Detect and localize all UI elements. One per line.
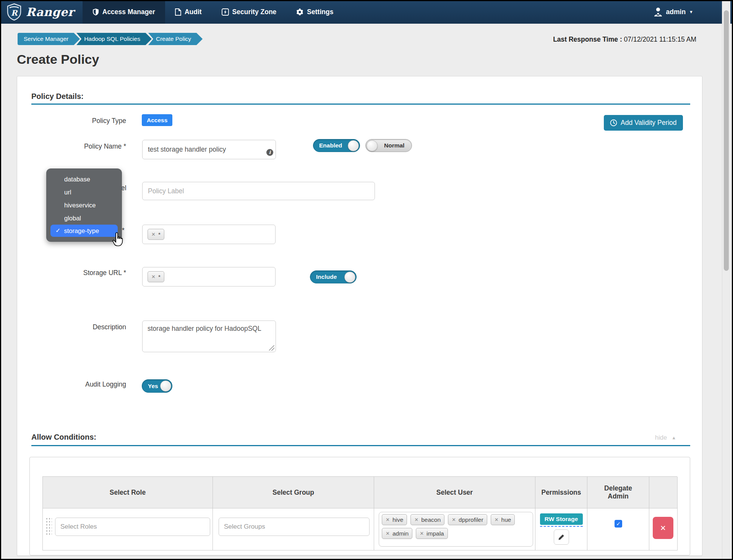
dropdown-item-global[interactable]: global (46, 212, 122, 225)
dropdown-item-hiveservice[interactable]: hiveservice (46, 199, 122, 212)
user-menu[interactable]: admin ▼ (654, 0, 693, 24)
clock-icon (610, 119, 617, 126)
last-response-value: 07/12/2021 11:15:15 AM (622, 36, 696, 43)
permission-dashed-underline (540, 526, 583, 527)
dropdown-item-label: storage-type (64, 224, 99, 237)
enabled-toggle[interactable]: Enabled (313, 139, 360, 152)
storage-url-chip: ✕* (148, 271, 164, 282)
header-permissions: Permissions (535, 477, 587, 508)
dropdown-item-storage-type[interactable]: ✓ storage-type (50, 225, 118, 237)
last-response-label: Last Response Time : (553, 36, 622, 43)
close-icon[interactable]: ✕ (414, 517, 418, 523)
page-title: Create Policy (17, 52, 99, 67)
chevron-up-icon: ▲ (671, 435, 676, 440)
policy-label-label-fragment: el (121, 184, 126, 192)
enabled-toggle-label: Enabled (313, 142, 342, 149)
mouse-cursor-pointer (112, 231, 125, 248)
cell-select-role (43, 508, 213, 550)
delete-condition-button[interactable]: ✕ (653, 517, 673, 539)
scrollbar-thumb[interactable] (724, 10, 729, 271)
resize-handle[interactable] (269, 345, 274, 351)
cell-select-group (213, 508, 374, 550)
storage-url-value-input[interactable]: ✕* (142, 267, 276, 286)
audit-logging-label: Audit Logging (23, 380, 126, 388)
policy-type-label: Policy Type (23, 117, 126, 125)
top-navbar: R Ranger Access Manager Audit Security Z… (0, 0, 733, 24)
delegate-admin-checkbox[interactable]: ✓ (615, 520, 622, 528)
resource-type-dropdown: database url hiveservice global ✓ storag… (46, 168, 122, 242)
ranger-create-policy-screen: R Ranger Access Manager Audit Security Z… (0, 0, 733, 560)
allow-conditions-heading: Allow Conditions: (31, 433, 96, 442)
nav-label: Settings (307, 8, 333, 16)
toggle-knob (344, 272, 355, 283)
add-validity-period-label: Add Validity Period (621, 119, 677, 127)
include-toggle[interactable]: Include (310, 270, 357, 283)
nav-label: Access Manager (102, 8, 155, 16)
svg-text:R: R (11, 8, 18, 18)
select-users-input[interactable]: ✕hive ✕beacon ✕dpprofiler ✕hue ✕admin ✕i… (379, 512, 533, 547)
user-chip: ✕dpprofiler (448, 514, 487, 525)
brand-name: Ranger (26, 5, 74, 19)
ranger-brand[interactable]: R Ranger (0, 0, 83, 24)
user-name: admin (666, 8, 686, 16)
include-toggle-label: Include (310, 274, 337, 280)
chevron-down-icon: ▼ (689, 10, 693, 14)
navbar-menu: Access Manager Audit Security Zone Setti… (83, 0, 344, 24)
nav-settings[interactable]: Settings (286, 0, 343, 24)
nav-security-zone[interactable]: Security Zone (212, 0, 287, 24)
edit-permissions-button[interactable] (554, 529, 569, 545)
gear-icon (296, 8, 303, 16)
select-groups-input[interactable] (219, 518, 370, 536)
policy-details-heading: Policy Details: (31, 92, 84, 101)
user-chip-label: admin (392, 530, 409, 537)
user-chip: ✕impala (416, 528, 448, 539)
toggle-knob (348, 140, 359, 151)
breadcrumb: Service Manager Hadoop SQL Policies Crea… (18, 33, 203, 45)
breadcrumb-create-policy[interactable]: Create Policy (148, 33, 203, 45)
last-response-time: Last Response Time : 07/12/2021 11:15:15… (553, 36, 696, 44)
policy-name-label: Policy Name * (23, 142, 126, 151)
close-icon[interactable]: ✕ (420, 531, 424, 536)
info-icon: i (266, 149, 273, 156)
user-chip-label: hive (392, 516, 403, 523)
nav-audit[interactable]: Audit (165, 0, 212, 24)
add-validity-period-button[interactable]: Add Validity Period (604, 115, 683, 131)
scrollbar[interactable] (722, 1, 730, 559)
policy-label-input[interactable] (142, 182, 375, 200)
allow-conditions-rule (31, 445, 690, 446)
header-delegate-admin: Delegate Admin (587, 477, 649, 508)
hide-label: hide (655, 434, 667, 441)
close-icon[interactable]: ✕ (386, 531, 390, 536)
shield-icon (92, 8, 99, 16)
audit-logging-toggle[interactable]: Yes (142, 379, 172, 393)
dropdown-item-url[interactable]: url (46, 186, 122, 199)
description-textarea[interactable]: storage handler policy for HadoopSQL (142, 320, 276, 352)
allow-conditions-table: Select Role Select Group Select User Per… (42, 476, 677, 550)
close-icon[interactable]: ✕ (151, 274, 156, 280)
drag-handle[interactable] (45, 517, 52, 536)
storage-type-chip: ✕* (148, 229, 164, 240)
policy-type-badge: Access (142, 114, 172, 126)
audit-logging-toggle-label: Yes (142, 383, 158, 390)
cell-actions: ✕ (649, 508, 678, 550)
user-chip-label: beacon (421, 516, 441, 523)
permission-badge[interactable]: RW Storage (540, 513, 583, 525)
select-roles-input[interactable] (55, 518, 210, 536)
user-chip: ✕admin (382, 528, 412, 539)
breadcrumb-hadoop-sql-policies[interactable]: Hadoop SQL Policies (76, 33, 152, 45)
normal-toggle[interactable]: Normal (365, 139, 412, 152)
breadcrumb-service-manager[interactable]: Service Manager (18, 33, 80, 45)
toggle-knob (160, 380, 171, 392)
nav-label: Security Zone (232, 8, 277, 16)
policy-name-input[interactable] (142, 140, 276, 159)
dropdown-item-database[interactable]: database (46, 173, 122, 186)
chip-value: * (158, 274, 161, 280)
close-icon[interactable]: ✕ (495, 517, 499, 523)
nav-access-manager[interactable]: Access Manager (83, 0, 165, 24)
hide-section-link[interactable]: hide ▲ (655, 434, 676, 441)
close-icon[interactable]: ✕ (386, 517, 390, 523)
close-icon[interactable]: ✕ (452, 517, 456, 523)
close-icon[interactable]: ✕ (151, 231, 156, 237)
document-icon (175, 8, 181, 16)
storage-type-value-input[interactable]: ✕* (142, 225, 276, 244)
